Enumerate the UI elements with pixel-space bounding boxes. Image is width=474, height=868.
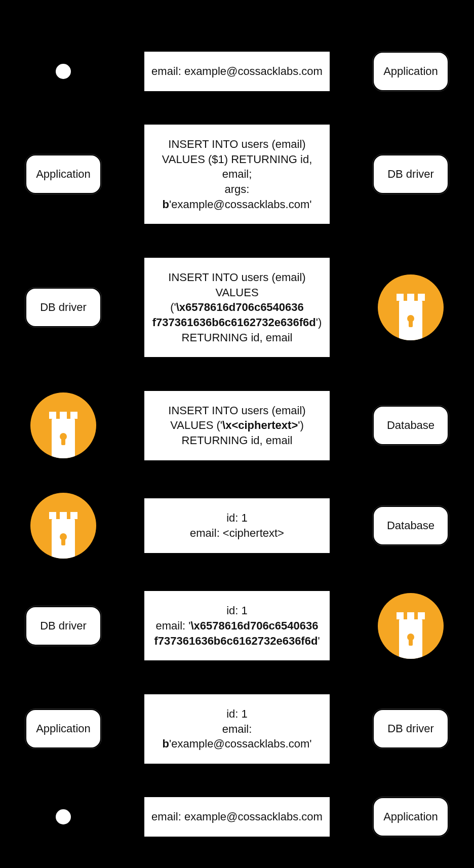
node-database: Database bbox=[373, 506, 449, 545]
message-line: f737361636b6c6162732e636f6d') bbox=[151, 315, 323, 330]
message-line: VALUES ($1) RETURNING id, email; bbox=[151, 152, 323, 182]
right-slot: Application bbox=[368, 797, 454, 837]
acra-tower-icon bbox=[30, 493, 96, 559]
center-slot: id: 1email: <ciphertext> bbox=[116, 497, 358, 554]
acra-tower-icon bbox=[30, 392, 96, 458]
message-line: VALUES ('\x6578616d706c6540636 bbox=[151, 285, 323, 315]
right-slot: Database bbox=[368, 506, 454, 545]
message-box: INSERT INTO users (email)VALUES ('\x<cip… bbox=[143, 390, 331, 461]
message-line: VALUES ('\x<ciphertext>') bbox=[151, 418, 323, 433]
center-slot: id: 1email: b'example@cossacklabs.com' bbox=[116, 693, 358, 765]
flow-row: id: 1email: <ciphertext>Database bbox=[20, 493, 454, 559]
center-slot: INSERT INTO users (email)VALUES ('\x<cip… bbox=[116, 390, 358, 461]
left-slot bbox=[20, 809, 106, 824]
flow-row: INSERT INTO users (email)VALUES ('\x<cip… bbox=[20, 390, 454, 461]
right-slot bbox=[368, 593, 454, 659]
user-icon bbox=[56, 809, 71, 824]
flow-row: Applicationid: 1email: b'example@cossack… bbox=[20, 693, 454, 765]
node-database: Database bbox=[373, 406, 449, 445]
message-box: INSERT INTO users (email)VALUES ('\x6578… bbox=[143, 257, 331, 358]
flow-row: email: example@cossacklabs.comApplicatio… bbox=[20, 51, 454, 92]
node-application: Application bbox=[25, 154, 101, 194]
left-slot: Application bbox=[20, 154, 106, 194]
center-slot: email: example@cossacklabs.com bbox=[116, 796, 358, 838]
flow-row: DB driverINSERT INTO users (email)VALUES… bbox=[20, 257, 454, 358]
left-slot bbox=[20, 392, 106, 458]
message-line: INSERT INTO users (email) bbox=[151, 270, 323, 285]
message-box: id: 1email: <ciphertext> bbox=[143, 497, 331, 554]
node-application: Application bbox=[25, 709, 101, 748]
left-slot: DB driver bbox=[20, 288, 106, 327]
center-slot: email: example@cossacklabs.com bbox=[116, 51, 358, 92]
message-line: email: example@cossacklabs.com bbox=[151, 809, 323, 824]
right-slot: DB driver bbox=[368, 709, 454, 748]
message-box: id: 1email: '\x6578616d706c6540636f73736… bbox=[143, 590, 331, 661]
diagram-canvas: email: example@cossacklabs.comApplicatio… bbox=[0, 0, 474, 868]
message-line: f737361636b6c6162732e636f6d' bbox=[151, 634, 323, 649]
center-slot: id: 1email: '\x6578616d706c6540636f73736… bbox=[116, 590, 358, 661]
node-db_driver: DB driver bbox=[373, 709, 449, 748]
message-line: id: 1 bbox=[151, 510, 323, 526]
center-slot: INSERT INTO users (email)VALUES ('\x6578… bbox=[116, 257, 358, 358]
node-application: Application bbox=[373, 797, 449, 837]
right-slot: DB driver bbox=[368, 154, 454, 194]
message-box: email: example@cossacklabs.com bbox=[143, 51, 331, 92]
right-slot bbox=[368, 274, 454, 340]
message-line: email: <ciphertext> bbox=[151, 526, 323, 541]
message-box: id: 1email: b'example@cossacklabs.com' bbox=[143, 693, 331, 765]
message-line: id: 1 bbox=[151, 706, 323, 722]
acra-tower-icon bbox=[378, 593, 444, 659]
message-line: id: 1 bbox=[151, 603, 323, 618]
message-line: INSERT INTO users (email) bbox=[151, 403, 323, 418]
message-line: RETURNING id, email bbox=[151, 433, 323, 448]
message-line: RETURNING id, email bbox=[151, 330, 323, 345]
left-slot: DB driver bbox=[20, 606, 106, 646]
center-slot: INSERT INTO users (email)VALUES ($1) RET… bbox=[116, 124, 358, 225]
message-line: INSERT INTO users (email) bbox=[151, 137, 323, 152]
left-slot bbox=[20, 493, 106, 559]
user-icon bbox=[56, 64, 71, 79]
right-slot: Application bbox=[368, 52, 454, 91]
flow-row: email: example@cossacklabs.comApplicatio… bbox=[20, 796, 454, 838]
node-db_driver: DB driver bbox=[25, 606, 101, 646]
message-line: email: '\x6578616d706c6540636 bbox=[151, 618, 323, 634]
node-db_driver: DB driver bbox=[373, 154, 449, 194]
node-db_driver: DB driver bbox=[25, 288, 101, 327]
left-slot bbox=[20, 64, 106, 79]
message-line: args: b'example@cossacklabs.com' bbox=[151, 182, 323, 212]
message-box: INSERT INTO users (email)VALUES ($1) RET… bbox=[143, 124, 331, 225]
flow-row: ApplicationINSERT INTO users (email)VALU… bbox=[20, 124, 454, 225]
acra-tower-icon bbox=[378, 274, 444, 340]
message-box: email: example@cossacklabs.com bbox=[143, 796, 331, 838]
flow-row: DB driverid: 1email: '\x6578616d706c6540… bbox=[20, 590, 454, 661]
right-slot: Database bbox=[368, 406, 454, 445]
node-application: Application bbox=[373, 52, 449, 91]
left-slot: Application bbox=[20, 709, 106, 748]
message-line: email: b'example@cossacklabs.com' bbox=[151, 722, 323, 752]
message-line: email: example@cossacklabs.com bbox=[151, 64, 323, 79]
